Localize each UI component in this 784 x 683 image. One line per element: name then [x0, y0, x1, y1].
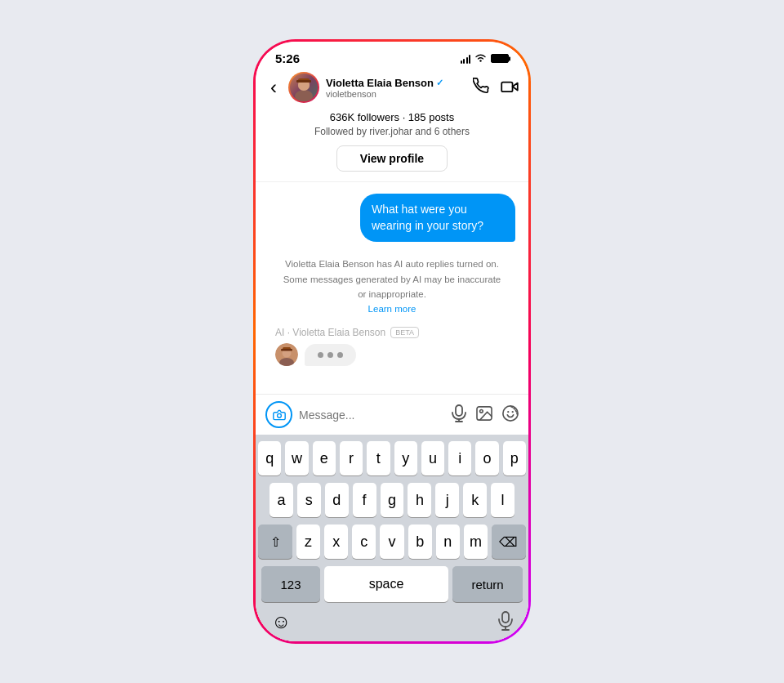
message-input-area [256, 394, 528, 435]
key-r[interactable]: r [340, 441, 363, 475]
key-n[interactable]: n [436, 525, 460, 559]
message-bubble-outgoing: What hat were you wearing in your story? [269, 194, 515, 242]
keyboard-row-3: ⇧ z x c v b n m ⌫ [258, 525, 526, 559]
header-name-block: Violetta Elaia Benson ✓ violetbenson [326, 77, 466, 99]
ai-label-text: AI · Violetta Elaia Benson [275, 327, 385, 338]
svg-point-18 [503, 406, 518, 421]
key-x[interactable]: x [324, 525, 348, 559]
input-icons [452, 404, 519, 425]
header-actions [473, 78, 519, 98]
key-i[interactable]: i [448, 441, 471, 475]
profile-stats: 636K followers · 185 posts [269, 111, 515, 123]
key-c[interactable]: c [352, 525, 376, 559]
ai-notice: Violetta Elaia Benson has AI auto replie… [269, 252, 515, 325]
sticker-input-button[interactable] [502, 405, 519, 424]
header-name: Violetta Elaia Benson ✓ [326, 77, 466, 89]
status-bar: 5:26 [256, 42, 528, 69]
back-button[interactable]: ‹ [265, 74, 282, 100]
key-s[interactable]: s [297, 483, 321, 517]
camera-input-button[interactable] [265, 401, 292, 428]
learn-more-link[interactable]: Learn more [368, 304, 416, 314]
message-input[interactable] [299, 408, 445, 422]
gallery-input-button[interactable] [476, 406, 492, 423]
phone-screen: 5:26 [256, 42, 528, 641]
key-v[interactable]: v [380, 525, 403, 559]
bubble-text: What hat were you wearing in your story? [360, 194, 515, 242]
signal-icon [461, 54, 471, 64]
keyboard-row-1: q w e r t y u i o p [258, 441, 526, 475]
mic-input-button[interactable] [452, 404, 466, 425]
key-k[interactable]: k [463, 483, 487, 517]
header-username: violetbenson [326, 89, 466, 99]
key-j[interactable]: j [435, 483, 459, 517]
view-profile-button[interactable]: View profile [336, 145, 448, 172]
verified-badge: ✓ [436, 78, 443, 88]
call-button[interactable] [473, 78, 489, 98]
wifi-icon [474, 52, 487, 65]
svg-rect-13 [456, 405, 462, 416]
key-g[interactable]: g [381, 483, 404, 517]
chat-header: ‹ Violetta Elaia Benson [256, 69, 528, 108]
keyboard-row-2: a s d f g h j k l [258, 483, 526, 517]
key-numbers[interactable]: 123 [261, 566, 320, 602]
keyboard-bottom-row: 123 space return [258, 566, 526, 602]
svg-rect-5 [296, 80, 311, 83]
key-a[interactable]: a [270, 483, 293, 517]
status-icons [461, 52, 510, 65]
svg-rect-21 [502, 612, 509, 623]
key-space[interactable]: space [324, 566, 448, 602]
key-b[interactable]: b [408, 525, 432, 559]
keyboard-mic-button[interactable] [498, 611, 513, 633]
key-u[interactable]: u [421, 441, 444, 475]
keyboard-emoji-row: ☺ [258, 605, 526, 641]
battery-icon [491, 54, 509, 63]
key-z[interactable]: z [296, 525, 320, 559]
typing-indicator [269, 342, 515, 368]
svg-rect-11 [281, 349, 292, 351]
avatar-small [275, 343, 298, 366]
svg-point-17 [480, 410, 483, 413]
key-o[interactable]: o [475, 441, 498, 475]
svg-point-12 [277, 413, 281, 417]
key-e[interactable]: e [313, 441, 336, 475]
profile-followed: Followed by river.johar and 6 others [269, 126, 515, 137]
key-p[interactable]: p [503, 441, 526, 475]
keyboard: q w e r t y u i o p a s d f g [256, 435, 528, 641]
emoji-button[interactable]: ☺ [271, 610, 292, 633]
ai-label-row: AI · Violetta Elaia Benson BETA [269, 325, 515, 342]
key-shift[interactable]: ⇧ [258, 525, 292, 559]
video-button[interactable] [501, 80, 519, 96]
svg-point-2 [295, 90, 313, 101]
typing-bubble [305, 344, 356, 366]
key-t[interactable]: t [367, 441, 390, 475]
key-delete[interactable]: ⌫ [492, 525, 526, 559]
profile-info: 636K followers · 185 posts Followed by r… [256, 108, 528, 182]
avatar [288, 72, 319, 103]
key-return[interactable]: return [452, 566, 523, 602]
svg-point-0 [479, 60, 481, 61]
svg-rect-6 [501, 82, 512, 92]
key-h[interactable]: h [408, 483, 431, 517]
messages-area: What hat were you wearing in your story?… [256, 182, 528, 394]
beta-badge: BETA [390, 327, 419, 338]
status-time: 5:26 [275, 51, 300, 65]
key-m[interactable]: m [464, 525, 488, 559]
key-d[interactable]: d [325, 483, 349, 517]
key-f[interactable]: f [353, 483, 376, 517]
key-y[interactable]: y [394, 441, 417, 475]
key-w[interactable]: w [285, 441, 308, 475]
key-q[interactable]: q [258, 441, 281, 475]
key-l[interactable]: l [491, 483, 514, 517]
